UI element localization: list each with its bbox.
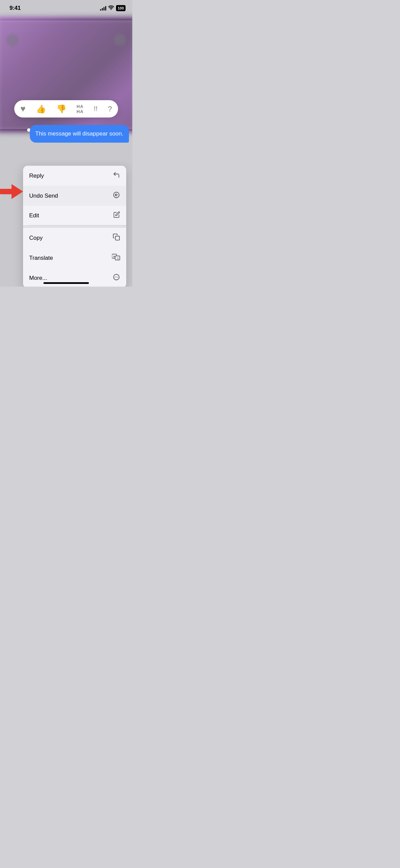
reply-icon [113,171,120,180]
home-indicator [43,282,89,284]
svg-point-9 [116,277,117,277]
status-bar: 9:41 100 [0,0,132,14]
signal-bars-icon [100,6,106,11]
svg-rect-2 [115,236,119,240]
menu-item-translate[interactable]: Translate A 文 [23,248,126,268]
wifi-icon [108,5,114,11]
svg-point-10 [117,277,118,277]
reaction-bar[interactable]: ♥ 👍 👎 HAHA !! ? [14,100,118,117]
svg-text:A: A [113,255,115,258]
menu-separator [23,225,126,228]
menu-reply-label: Reply [29,173,44,179]
menu-item-reply[interactable]: Reply [23,166,126,186]
battery-icon: 100 [116,5,126,11]
reaction-thumbs-down[interactable]: 👎 [56,104,66,114]
menu-more-label: More... [29,275,47,282]
menu-edit-label: Edit [29,212,39,219]
menu-item-copy[interactable]: Copy [23,228,126,248]
copy-icon [113,233,120,242]
reaction-emphasis[interactable]: !! [94,105,98,113]
svg-point-8 [115,277,115,277]
context-menu: Reply Undo Send Edit Cop [23,166,126,287]
menu-item-edit[interactable]: Edit [23,206,126,225]
svg-text:文: 文 [117,257,119,259]
reaction-question[interactable]: ? [108,105,112,113]
nav-right-blur [114,34,126,46]
arrow-indicator [0,184,23,199]
status-time: 9:41 [9,5,21,12]
reaction-heart[interactable]: ♥ [20,104,25,114]
reaction-thumbs-up[interactable]: 👍 [36,104,46,114]
message-text: This message will disappear soon. [35,130,123,137]
menu-translate-label: Translate [29,255,53,261]
menu-copy-label: Copy [29,235,43,241]
menu-item-undo-send[interactable]: Undo Send [23,186,126,206]
status-icons: 100 [100,5,126,11]
translate-icon: A 文 [112,253,120,263]
message-bubble: This message will disappear soon. [30,125,129,143]
edit-icon [113,211,120,220]
more-icon [113,273,120,283]
nav-left-blur [6,34,18,46]
menu-undo-send-label: Undo Send [29,193,58,199]
undo-send-icon [113,191,120,200]
reaction-haha[interactable]: HAHA [77,104,84,114]
